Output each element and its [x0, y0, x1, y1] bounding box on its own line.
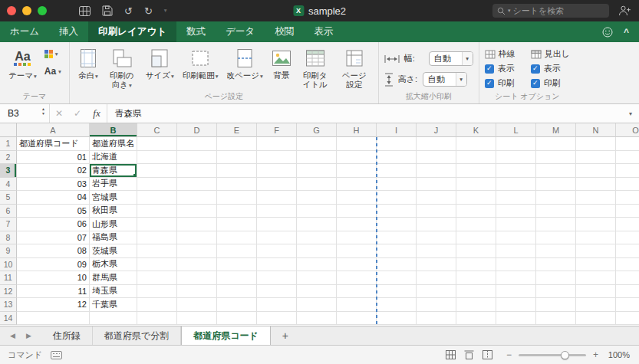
row-header-13[interactable]: 13	[0, 298, 17, 312]
cell-O13[interactable]	[616, 298, 639, 312]
cell-D10[interactable]	[177, 258, 217, 272]
column-header-O[interactable]: O	[616, 123, 639, 137]
page-breaks-button[interactable]: 改ページ▾	[223, 46, 265, 82]
cell-D5[interactable]	[177, 191, 217, 205]
cell-G4[interactable]	[297, 178, 337, 192]
cell-I6[interactable]	[377, 205, 417, 218]
cell-B2[interactable]: 北海道	[90, 151, 137, 165]
cell-G6[interactable]	[297, 205, 337, 218]
undo-icon[interactable]: ↺	[124, 6, 133, 16]
zoom-slider-knob[interactable]	[561, 351, 569, 359]
cell-E1[interactable]	[217, 137, 257, 151]
cell-I14[interactable]	[377, 312, 417, 326]
cell-E10[interactable]	[217, 258, 257, 272]
themes-button[interactable]: Aa テーマ▾	[5, 46, 40, 82]
cell-E2[interactable]	[217, 151, 257, 165]
cell-B3[interactable]: 青森県	[90, 164, 137, 178]
cell-J13[interactable]	[417, 298, 456, 312]
cell-A2[interactable]: 01	[17, 151, 90, 165]
cell-H14[interactable]	[337, 312, 377, 326]
cell-A13[interactable]: 12	[17, 298, 90, 312]
cell-A1[interactable]: 都道府県コード	[17, 137, 90, 151]
cell-A3[interactable]: 02	[17, 164, 90, 178]
cell-N7[interactable]	[576, 218, 616, 231]
cell-E13[interactable]	[217, 298, 257, 312]
cell-C14[interactable]	[137, 312, 177, 326]
cell-L6[interactable]	[496, 205, 536, 218]
cell-G2[interactable]	[297, 151, 337, 165]
cell-G14[interactable]	[297, 312, 337, 326]
cell-F14[interactable]	[257, 312, 297, 326]
cell-L1[interactable]	[496, 137, 536, 151]
cell-D2[interactable]	[177, 151, 217, 165]
cell-E14[interactable]	[217, 312, 257, 326]
cell-C9[interactable]	[137, 244, 177, 258]
cell-H13[interactable]	[337, 298, 377, 312]
cell-K2[interactable]	[456, 151, 496, 165]
ribbon-tab-1[interactable]: 挿入	[49, 21, 88, 42]
zoom-slider[interactable]	[519, 354, 586, 356]
cell-H12[interactable]	[337, 285, 377, 299]
cell-F12[interactable]	[257, 285, 297, 299]
cell-C6[interactable]	[137, 205, 177, 218]
cell-B11[interactable]: 群馬県	[90, 271, 137, 285]
collapse-ribbon-button[interactable]: ^	[624, 28, 629, 37]
cell-H4[interactable]	[337, 178, 377, 192]
zoom-level-text[interactable]: 100%	[605, 350, 630, 359]
cell-D14[interactable]	[177, 312, 217, 326]
select-all-corner[interactable]	[0, 123, 17, 137]
cell-E4[interactable]	[217, 178, 257, 192]
cell-D6[interactable]	[177, 205, 217, 218]
cell-I10[interactable]	[377, 258, 417, 272]
row-header-10[interactable]: 10	[0, 258, 17, 272]
cell-O12[interactable]	[616, 285, 639, 299]
cell-G8[interactable]	[297, 231, 337, 245]
cell-N8[interactable]	[576, 231, 616, 245]
cell-G5[interactable]	[297, 191, 337, 205]
gridlines-print-checkbox[interactable]: ✓ 印刷	[485, 77, 515, 89]
row-header-5[interactable]: 5	[0, 191, 17, 205]
cell-F3[interactable]	[257, 164, 297, 178]
column-header-J[interactable]: J	[417, 123, 456, 137]
cell-L3[interactable]	[496, 164, 536, 178]
cell-L9[interactable]	[496, 244, 536, 258]
margins-button[interactable]: 余白▾	[75, 46, 101, 82]
cell-I9[interactable]	[377, 244, 417, 258]
print-titles-button[interactable]: 印刷タイトル	[297, 46, 334, 90]
row-header-3[interactable]: 3	[0, 164, 17, 178]
cell-C3[interactable]	[137, 164, 177, 178]
cell-F6[interactable]	[257, 205, 297, 218]
formula-input[interactable]: 青森県	[107, 108, 629, 120]
cell-G11[interactable]	[297, 271, 337, 285]
cell-N14[interactable]	[576, 312, 616, 326]
cell-K14[interactable]	[456, 312, 496, 326]
expand-formula-bar-icon[interactable]: ▾	[629, 110, 639, 117]
zoom-window-button[interactable]	[38, 6, 47, 15]
cell-I11[interactable]	[377, 271, 417, 285]
cell-H7[interactable]	[337, 218, 377, 231]
column-header-L[interactable]: L	[496, 123, 536, 137]
sheet-tab-1[interactable]: 都道府県で分割	[93, 326, 181, 345]
share-people-icon[interactable]	[618, 5, 631, 16]
cell-I3[interactable]	[377, 164, 417, 178]
cell-N3[interactable]	[576, 164, 616, 178]
cell-M1[interactable]	[536, 137, 576, 151]
cell-N10[interactable]	[576, 258, 616, 272]
cell-A6[interactable]: 05	[17, 205, 90, 218]
cell-H5[interactable]	[337, 191, 377, 205]
print-area-button[interactable]: 印刷範囲▾	[180, 46, 222, 82]
cell-O6[interactable]	[616, 205, 639, 218]
cell-M9[interactable]	[536, 244, 576, 258]
cell-F2[interactable]	[257, 151, 297, 165]
cell-M5[interactable]	[536, 191, 576, 205]
cell-I8[interactable]	[377, 231, 417, 245]
cell-A9[interactable]: 08	[17, 244, 90, 258]
cell-N4[interactable]	[576, 178, 616, 192]
cell-B6[interactable]: 秋田県	[90, 205, 137, 218]
cell-D13[interactable]	[177, 298, 217, 312]
ribbon-tab-2[interactable]: 印刷レイアウト	[88, 21, 176, 42]
cell-B14[interactable]	[90, 312, 137, 326]
name-box-stepper[interactable]: ▲ ▼	[41, 107, 45, 116]
cell-J10[interactable]	[417, 258, 456, 272]
column-header-M[interactable]: M	[536, 123, 576, 137]
